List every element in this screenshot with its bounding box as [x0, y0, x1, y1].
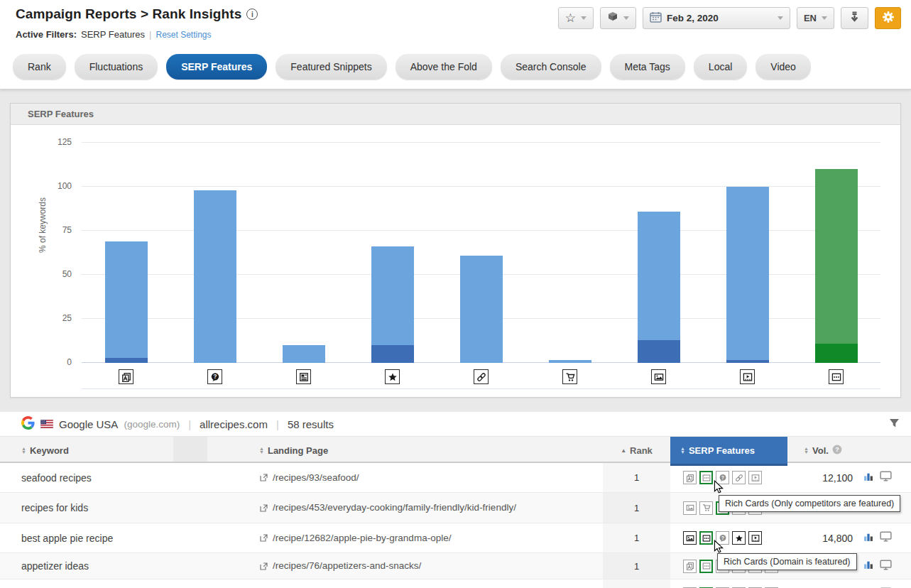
- table-header-row: ▲▼ Keyword ▲▼ Landing Page ▲ Rank ▲▼ SER…: [0, 436, 911, 463]
- rich-cards-icon[interactable]: [699, 471, 713, 484]
- rich-cards-tooltip-competitors: Rich Cards (Only competitors are feature…: [719, 495, 900, 512]
- keyword-trend-chart-icon[interactable]: [863, 472, 874, 484]
- people-also-ask-icon[interactable]: ?: [207, 369, 222, 384]
- rank-cell: 1: [603, 463, 670, 492]
- rich-cards-tooltip-domain: Rich Cards (Domain is featured): [717, 553, 857, 570]
- filter-icon[interactable]: [889, 418, 900, 430]
- y-tick-label: 0: [67, 357, 72, 367]
- svg-text:?: ?: [721, 475, 724, 480]
- tab-meta-tags[interactable]: Meta Tags: [610, 54, 685, 80]
- shopping-icon[interactable]: [562, 369, 577, 384]
- keyword-trend-chart-icon[interactable]: [863, 560, 874, 572]
- article-icon[interactable]: [296, 369, 311, 384]
- knowledge-panel-icon[interactable]: [119, 369, 133, 384]
- calendar-icon: [650, 11, 662, 26]
- column-header-landing-page[interactable]: ▲▼ Landing Page: [244, 437, 603, 464]
- column-header-rank[interactable]: ▲ Rank: [603, 437, 670, 464]
- reviews-icon[interactable]: [732, 531, 746, 545]
- tab-fluctuations[interactable]: Fluctuations: [75, 54, 158, 80]
- download-button[interactable]: [841, 7, 868, 29]
- bar-knowledge-panel[interactable]: [82, 143, 170, 363]
- y-tick-label: 100: [58, 181, 72, 191]
- date-picker[interactable]: Feb 2, 2020: [643, 7, 790, 29]
- rank-insights-page: Campaign Reports > Rank Insights i Activ…: [0, 0, 911, 588]
- tab-local[interactable]: Local: [694, 54, 747, 80]
- bar-people-also-ask[interactable]: [170, 143, 259, 363]
- keyword-cell[interactable]: recipes for kids: [10, 502, 244, 513]
- external-link-icon[interactable]: [259, 473, 268, 484]
- table-row: seafood recipes/recipes/93/seafood/1?12,…: [0, 463, 911, 493]
- serp-preview-monitor-icon[interactable]: [880, 560, 892, 573]
- svg-text:?: ?: [835, 446, 839, 453]
- keyword-trend-chart-icon[interactable]: [863, 532, 874, 545]
- sort-icon: ▲▼: [804, 447, 809, 454]
- bar-images[interactable]: [614, 143, 703, 363]
- serp-preview-monitor-icon[interactable]: [880, 531, 892, 545]
- rich-cards-icon[interactable]: [699, 560, 713, 573]
- landing-page-url[interactable]: /recipes/76/appetizers-and-snacks/: [273, 559, 421, 573]
- video-icon[interactable]: [748, 471, 762, 484]
- images-icon[interactable]: [683, 531, 697, 545]
- keyword-cell[interactable]: best apple pie recipe: [10, 533, 244, 544]
- bar-segment-domain-featured: [815, 344, 858, 363]
- landing-page-url[interactable]: /recipes/453/everyday-cooking/family-fri…: [273, 501, 516, 515]
- bar-shopping[interactable]: [525, 143, 614, 363]
- rich-cards-icon[interactable]: [699, 531, 713, 545]
- google-logo-icon: [21, 416, 35, 432]
- landing-page-cell[interactable]: /recipes/76/appetizers-and-snacks/: [244, 559, 603, 573]
- landing-page-cell[interactable]: /recipes/93/seafood/: [244, 471, 603, 485]
- info-icon[interactable]: i: [246, 9, 258, 20]
- keyword-cell[interactable]: seafood recipes: [10, 472, 244, 484]
- external-link-icon[interactable]: [259, 562, 268, 573]
- search-engine-label: Google USA: [59, 418, 118, 430]
- serp-preview-monitor-icon[interactable]: [880, 471, 892, 484]
- knowledge-panel-icon[interactable]: [683, 471, 697, 484]
- bar-video[interactable]: [703, 143, 792, 363]
- bar-article[interactable]: [259, 143, 348, 363]
- external-link-icon[interactable]: [259, 533, 268, 545]
- bar-segment-domain-featured: [105, 358, 148, 363]
- y-tick-label: 75: [62, 225, 72, 235]
- bar-rich-cards[interactable]: [792, 143, 880, 363]
- landing-page-cell[interactable]: /recipes/453/everyday-cooking/family-fri…: [244, 501, 603, 515]
- rich-cards-icon[interactable]: [829, 369, 844, 384]
- column-header-volume[interactable]: ▲▼ Vol. ?: [787, 437, 858, 464]
- bar-sitelinks[interactable]: [437, 143, 525, 363]
- tab-featured-snippets[interactable]: Featured Snippets: [276, 54, 386, 80]
- images-icon[interactable]: [651, 369, 666, 384]
- sitelinks-icon[interactable]: [474, 369, 489, 384]
- keyword-cell[interactable]: appetizer ideas: [10, 560, 244, 572]
- tab-video[interactable]: Video: [755, 54, 811, 80]
- images-icon[interactable]: [683, 501, 697, 515]
- landing-page-url[interactable]: /recipes/93/seafood/: [273, 471, 359, 485]
- tab-rank[interactable]: Rank: [13, 54, 66, 80]
- shopping-icon[interactable]: [699, 501, 713, 515]
- landing-page-cell[interactable]: /recipe/12682/apple-pie-by-grandma-ople/: [244, 531, 603, 545]
- tracked-site: allrecipes.com: [200, 418, 268, 430]
- knowledge-panel-icon[interactable]: [683, 560, 697, 573]
- language-selector[interactable]: EN: [797, 7, 834, 29]
- reviews-icon[interactable]: [385, 369, 400, 384]
- tab-above-the-fold[interactable]: Above the Fold: [396, 54, 492, 80]
- bar-reviews[interactable]: [348, 143, 437, 363]
- external-link-icon[interactable]: [259, 503, 268, 515]
- bar-segment-feature-present: [726, 187, 769, 363]
- top-header: Campaign Reports > Rank Insights i Activ…: [0, 0, 911, 44]
- package-button[interactable]: [600, 7, 636, 29]
- report-tabs: RankFluctuationsSERP FeaturesFeatured Sn…: [0, 44, 911, 89]
- settings-button[interactable]: [875, 7, 901, 29]
- tab-serp-features[interactable]: SERP Features: [166, 54, 267, 80]
- y-axis-label: % of keywords: [38, 197, 48, 253]
- landing-page-url[interactable]: /recipe/12682/apple-pie-by-grandma-ople/: [273, 531, 451, 545]
- favorites-button[interactable]: ☆: [558, 7, 594, 29]
- video-icon[interactable]: [740, 369, 755, 384]
- column-header-keyword[interactable]: ▲▼ Keyword: [10, 437, 244, 464]
- sitelinks-icon[interactable]: [732, 471, 746, 484]
- bar-segment-domain-featured: [726, 360, 769, 363]
- video-icon[interactable]: [748, 531, 762, 545]
- help-icon[interactable]: ?: [832, 445, 842, 457]
- reset-settings-link[interactable]: Reset Settings: [156, 30, 211, 40]
- tab-search-console[interactable]: Search Console: [501, 54, 601, 80]
- column-header-serp-features[interactable]: ▲▼ SERP Features: [670, 437, 787, 466]
- header-toolbar: ☆ Feb 2, 2020 EN: [558, 7, 901, 29]
